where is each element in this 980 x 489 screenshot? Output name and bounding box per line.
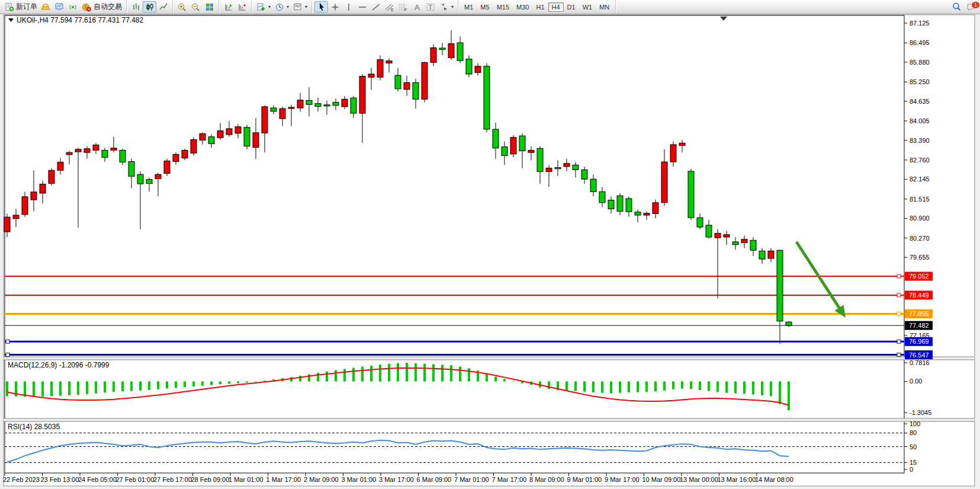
candle-bearish	[617, 196, 623, 211]
date-label: 14 Mar 08:00	[755, 476, 793, 483]
date-label: 13 Mar 16:00	[718, 476, 756, 483]
candlestick-chart-button[interactable]	[143, 1, 156, 12]
candle-bearish	[599, 191, 605, 203]
chart-canvas[interactable]: 87.12586.49585.88085.25084.63584.00583.3…	[0, 0, 980, 489]
rsi-axis-label: 80	[910, 429, 917, 436]
candle-bullish	[377, 60, 383, 78]
line-handle[interactable]	[6, 353, 9, 357]
text-button[interactable]: A	[410, 1, 423, 12]
date-label: 8 Mar 09:00	[529, 476, 564, 483]
indicators-button[interactable]: ▾	[254, 1, 272, 12]
date-label: 1 Mar 01:00	[229, 476, 264, 483]
price-tick-label: 80.270	[910, 235, 930, 242]
chart-shift-button[interactable]	[235, 1, 249, 12]
candle-bullish	[253, 133, 259, 148]
equidistant-channel-button[interactable]: E	[383, 1, 396, 12]
candle-bullish	[448, 44, 454, 58]
horizontal-line-button[interactable]	[355, 1, 369, 12]
tf-m15-button[interactable]: M15	[493, 2, 513, 12]
candlestick-chart-icon	[144, 2, 155, 12]
signal-icon	[68, 2, 78, 12]
price-tick-label: 85.250	[910, 78, 930, 85]
auto-scroll-button[interactable]	[221, 1, 235, 12]
rsi-title: RSI(14) 28.5035	[8, 423, 60, 431]
svg-text:F: F	[404, 8, 407, 12]
cursor-button[interactable]	[314, 1, 328, 12]
fibonacci-button[interactable]: F	[396, 1, 410, 12]
timeframes-menu-button[interactable]: ▾	[272, 1, 291, 12]
chat-button[interactable]: 1	[966, 2, 976, 12]
candle-bullish	[475, 66, 481, 73]
horizontal-line-icon	[357, 2, 367, 12]
tf-m30-button[interactable]: M30	[513, 2, 532, 12]
candle-bullish	[40, 184, 46, 193]
arrows-button[interactable]: ▾	[437, 1, 455, 12]
line-handle[interactable]	[897, 274, 901, 278]
candle-bullish	[182, 151, 188, 158]
panel-separator[interactable]	[4, 418, 975, 421]
candle-bearish	[271, 108, 277, 111]
line-handle[interactable]	[897, 293, 901, 297]
zoom-out-button[interactable]	[189, 1, 203, 12]
panel-separator[interactable]	[4, 357, 975, 360]
tf-h4-button[interactable]: H4	[548, 2, 564, 12]
candle-bullish	[173, 154, 179, 161]
candle-bearish	[590, 179, 596, 191]
date-label: 22 Feb 2023	[3, 476, 40, 483]
svg-text:T: T	[428, 4, 432, 11]
line-chart-button[interactable]	[156, 1, 170, 12]
line-handle[interactable]	[897, 312, 901, 315]
tf-d1-button[interactable]: D1	[564, 2, 579, 12]
tf-m1-button[interactable]: M1	[461, 2, 477, 12]
tf-w1-button[interactable]: W1	[579, 2, 596, 12]
autotrading-button[interactable]: 自动交易	[80, 1, 124, 12]
search-icon[interactable]	[952, 2, 962, 12]
indicators-caret-icon: ▾	[268, 4, 271, 9]
candle-bullish	[31, 192, 37, 200]
line-handle[interactable]	[897, 353, 901, 357]
clock-icon	[274, 2, 284, 12]
templates-button[interactable]: ▾	[291, 1, 309, 12]
date-label: 2 Mar 09:00	[304, 476, 339, 483]
toolbar-right: 1	[952, 0, 976, 14]
candle-bullish	[75, 149, 81, 152]
market-watch-button[interactable]	[53, 1, 66, 12]
candle-bullish	[359, 76, 365, 113]
zoom-in-button[interactable]	[175, 1, 189, 12]
candle-bullish	[4, 217, 10, 232]
price-line-label: 79.052	[909, 273, 929, 280]
vertical-line-button[interactable]	[342, 1, 355, 12]
text-label-button[interactable]: T	[423, 1, 437, 12]
channel-icon: E	[384, 2, 394, 12]
candle-bearish	[635, 212, 641, 215]
tf-m5-button[interactable]: M5	[477, 2, 493, 12]
tf-mn-button[interactable]: MN	[596, 2, 613, 12]
line-handle[interactable]	[897, 340, 901, 343]
candle-bearish	[484, 66, 490, 129]
text-a-icon: A	[412, 2, 422, 12]
candle-bearish	[128, 162, 134, 177]
candle-bullish	[670, 145, 676, 162]
tf-h1-button[interactable]: H1	[532, 2, 548, 12]
toolbar-group-timeframes: M1 M5 M15 M30 H1 H4 D1 W1 MN	[458, 0, 616, 14]
tile-windows-button[interactable]	[203, 1, 216, 12]
candle-bearish	[706, 225, 712, 237]
bar-chart-button[interactable]	[129, 1, 143, 12]
price-tick-label: 83.390	[910, 137, 930, 144]
line-handle[interactable]	[6, 340, 9, 343]
new-order-button[interactable]: 新订单	[2, 1, 39, 12]
candle-bearish	[208, 137, 214, 144]
signal-button[interactable]	[66, 1, 80, 12]
trendline-button[interactable]	[369, 1, 383, 12]
candle-bearish	[413, 82, 419, 99]
candle-bullish	[235, 127, 241, 133]
crosshair-button[interactable]	[328, 1, 342, 12]
toolbar-group-indicators: ▾ ▾ ▾	[252, 0, 312, 14]
candle-bearish	[244, 127, 250, 146]
price-tick-label: 79.655	[910, 254, 930, 261]
autotrading-label: 自动交易	[94, 2, 122, 12]
gold-button[interactable]	[39, 1, 53, 12]
candle-bearish	[120, 151, 126, 162]
candle-bullish	[262, 107, 268, 133]
arrows-caret-icon: ▾	[451, 4, 454, 9]
